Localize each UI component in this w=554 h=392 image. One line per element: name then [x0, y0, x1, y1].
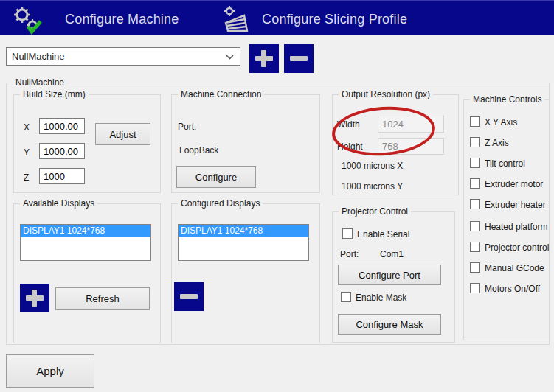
checkbox-motors-onoff[interactable]	[470, 283, 480, 293]
checkbox-extruder-heater-label: Extruder heater	[485, 200, 546, 210]
machine-controls-title: Machine Controls	[470, 94, 544, 105]
gears-check-icon	[10, 5, 44, 35]
microns-x-label: 1000 microns X	[342, 161, 403, 171]
available-displays-list[interactable]: DISPLAY1 1024*768	[20, 224, 151, 261]
minus-icon	[290, 56, 308, 61]
configure-machine-window: Configure Machine Configure Slicing Prof…	[0, 0, 554, 392]
checkbox-manual-gcode-label: Manual GCode	[485, 263, 544, 273]
tab-configure-slicing-profile[interactable]: Configure Slicing Profile	[262, 1, 407, 37]
list-item[interactable]: DISPLAY1 1024*768	[179, 225, 308, 237]
machine-groupbox-title: NullMachine	[13, 77, 67, 88]
checkbox-enable-serial[interactable]	[342, 228, 353, 239]
checkbox-projector-control[interactable]	[470, 242, 480, 252]
adjust-button[interactable]: Adjust	[95, 123, 150, 145]
checkbox-heated-platform[interactable]	[470, 221, 480, 231]
header-bar: Configure Machine Configure Slicing Prof…	[0, 0, 554, 35]
z-label: Z	[24, 172, 29, 183]
apply-button[interactable]: Apply	[6, 354, 94, 388]
add-display-button[interactable]	[20, 284, 49, 312]
configure-mask-button[interactable]: Configure Mask	[338, 314, 441, 335]
checkbox-motors-onoff-label: Motors On/Off	[485, 284, 540, 294]
checkbox-z-axis-label: Z Axis	[485, 138, 509, 148]
available-displays-group: Available Displays DISPLAY1 1024*768 Ref…	[13, 203, 161, 343]
checkbox-extruder-heater[interactable]	[470, 199, 480, 209]
configure-port-button[interactable]: Configure Port	[338, 265, 441, 285]
output-resolution-title: Output Resolution (px)	[339, 89, 433, 99]
output-resolution-group: Output Resolution (px) Width Height 1000…	[332, 94, 459, 195]
y-size-field[interactable]	[39, 143, 85, 159]
width-field	[378, 116, 444, 133]
projector-port-label: Port:	[340, 249, 359, 259]
checkbox-heated-platform-label: Heated platform	[485, 222, 547, 232]
projector-control-title: Projector Control	[339, 206, 411, 217]
machine-select-value: NullMachine	[12, 51, 65, 62]
checkbox-xy-axis-label: X Y Axis	[485, 117, 517, 127]
list-item[interactable]: DISPLAY1 1024*768	[21, 225, 150, 237]
remove-display-button[interactable]	[174, 282, 204, 311]
checkbox-manual-gcode[interactable]	[470, 262, 480, 273]
checkbox-xy-axis[interactable]	[470, 116, 480, 127]
x-label: X	[24, 122, 30, 133]
projector-control-group: Projector Control Enable Serial Port: Co…	[332, 211, 455, 343]
machine-connection-title: Machine Connection	[178, 89, 264, 99]
configured-displays-list[interactable]: DISPLAY1 1024*768	[178, 224, 309, 261]
tab-configure-machine[interactable]: Configure Machine	[65, 1, 179, 37]
enable-serial-label: Enable Serial	[357, 229, 409, 239]
build-size-title: Build Size (mm)	[20, 89, 89, 99]
configured-displays-title: Configured Displays	[178, 198, 263, 209]
remove-machine-button[interactable]	[284, 44, 314, 73]
build-size-group: Build Size (mm) X Y Z Adjust	[13, 94, 161, 193]
minus-icon	[180, 294, 198, 299]
width-label: Width	[337, 119, 360, 130]
configured-displays-group: Configured Displays DISPLAY1 1024*768	[171, 203, 320, 343]
x-size-field[interactable]	[39, 118, 85, 134]
projector-port-value: Com1	[380, 249, 404, 259]
refresh-displays-button[interactable]: Refresh	[55, 287, 150, 310]
machine-controls-group: Machine Controls X Y Axis Z Axis Tilt co…	[463, 99, 550, 340]
slice-gear-icon	[220, 5, 254, 35]
checkbox-extruder-motor-label: Extruder motor	[485, 179, 543, 189]
z-size-field[interactable]	[39, 168, 85, 184]
checkbox-enable-mask[interactable]	[341, 292, 351, 302]
microns-y-label: 1000 microns Y	[342, 181, 403, 192]
machine-connection-group: Machine Connection Port: LoopBack Config…	[171, 94, 320, 193]
checkbox-tilt-control-label: Tilt control	[485, 158, 525, 169]
add-machine-button[interactable]	[249, 44, 279, 73]
enable-mask-label: Enable Mask	[356, 293, 406, 303]
chevron-down-icon	[226, 55, 234, 60]
configure-connection-button[interactable]: Configure	[176, 166, 256, 188]
port-label: Port:	[178, 122, 196, 132]
checkbox-tilt-control[interactable]	[470, 158, 480, 168]
checkbox-extruder-motor[interactable]	[470, 178, 480, 189]
available-displays-title: Available Displays	[20, 198, 97, 209]
y-label: Y	[24, 147, 30, 158]
checkbox-z-axis[interactable]	[470, 137, 480, 147]
port-value: LoopBack	[179, 145, 218, 155]
height-label: Height	[337, 141, 363, 152]
height-field	[378, 138, 444, 155]
checkbox-projector-control-label: Projector control	[485, 242, 549, 253]
machine-select[interactable]: NullMachine	[6, 47, 240, 66]
